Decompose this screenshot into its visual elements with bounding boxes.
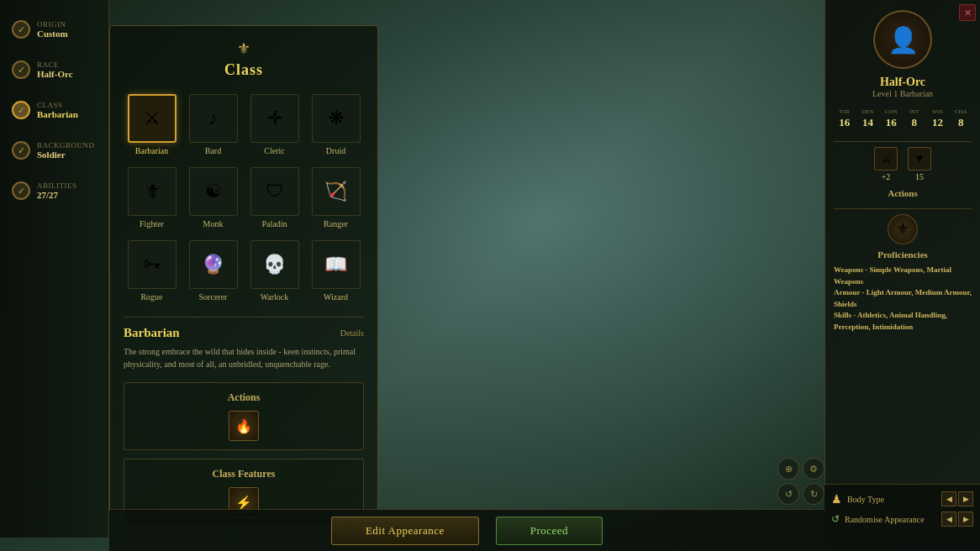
wizard-icon: 📖	[324, 254, 347, 276]
bonuses-row: ⚔ +2 ♥ 15	[874, 147, 931, 181]
ranger-name: Ranger	[324, 219, 348, 228]
class-item-rogue[interactable]: 🗝 Rogue	[124, 237, 180, 305]
hp-bonus-val: 15	[915, 172, 924, 181]
bonus-attack: ⚔ +2	[874, 147, 898, 181]
character-subtitle: Level 1 Barbarian	[872, 89, 933, 98]
edit-appearance-button[interactable]: Edit Appearance	[331, 517, 479, 545]
camera-rotate-right-button[interactable]: ↻	[803, 483, 825, 505]
stat-con: CON 16	[880, 108, 902, 129]
class-item-wizard[interactable]: 📖 Wizard	[308, 237, 364, 305]
randomise-prev-button[interactable]: ◀	[941, 512, 956, 527]
randomise-icon: ↺	[831, 513, 840, 526]
background-label: Background	[37, 141, 95, 150]
str-abbr: STR	[839, 108, 850, 115]
class-item-druid[interactable]: ❋ Druid	[308, 91, 364, 159]
class-item-monk[interactable]: ☯ Monk	[185, 164, 241, 232]
ranger-icon: 🏹	[324, 181, 347, 202]
stat-wis: WIS 12	[927, 108, 949, 129]
sidebar-item-race[interactable]: ✓ Race Half-Orc	[8, 57, 100, 82]
body-type-row: ♟ Body Type ◀ ▶	[831, 491, 973, 506]
class-item-ranger[interactable]: 🏹 Ranger	[308, 164, 364, 232]
int-abbr: INT	[909, 108, 919, 115]
proficiencies-icon: ⚜	[888, 214, 918, 244]
abilities-check: ✓	[12, 181, 30, 200]
camera-settings-button[interactable]: ⚙	[803, 458, 825, 480]
barbarian-name: Barbarian	[135, 146, 168, 155]
warlock-icon: 💀	[263, 254, 286, 276]
right-actions-label: Actions	[888, 188, 917, 198]
wis-abbr: WIS	[932, 108, 943, 115]
druid-icon-box: ❋	[312, 94, 361, 143]
class-item-fighter[interactable]: 🗡 Fighter	[124, 164, 180, 232]
abilities-text: Abilities 27/27	[37, 181, 77, 200]
proficiencies-text: Weapons - Simple Weapons, Martial Weapon…	[834, 265, 972, 333]
class-desc-text: The strong embrace the wild that hides i…	[124, 345, 364, 370]
details-link[interactable]: Details	[340, 328, 364, 338]
class-desc-title: Barbarian	[124, 326, 180, 340]
proficiencies-title: Proficiencies	[877, 249, 928, 260]
character-portrait: 👤	[873, 10, 932, 69]
class-grid: ⚔ Barbarian ♪ Bard ✛ Cleric ❋ Druid 🗡	[124, 91, 364, 305]
armour-header: Armour	[834, 288, 860, 296]
sidebar-item-class[interactable]: ✓ Class Barbarian	[8, 97, 100, 123]
class-desc-header: Barbarian Details	[124, 326, 364, 340]
background-value: Soldier	[37, 150, 95, 160]
class-value: Barbarian	[37, 109, 78, 119]
background-check: ✓	[12, 141, 30, 160]
class-description-area: Barbarian Details The strong embrace the…	[124, 317, 364, 527]
wis-val: 12	[932, 116, 943, 129]
class-label: Class	[37, 101, 78, 109]
paladin-icon-box: 🛡	[250, 167, 299, 216]
paladin-icon: 🛡	[266, 181, 284, 202]
origin-check: ✓	[12, 20, 30, 39]
actions-section-label: Actions	[133, 391, 355, 404]
camera-rotate-left-button[interactable]: ↺	[777, 483, 799, 505]
sidebar-item-origin[interactable]: ✓ Origin Custom	[8, 17, 100, 42]
class-item-bard[interactable]: ♪ Bard	[185, 91, 241, 159]
class-item-barbarian[interactable]: ⚔ Barbarian	[124, 91, 180, 159]
weapons-label: Weapons - Simple Weapons, Martial Weapon…	[834, 265, 951, 286]
sidebar-item-abilities[interactable]: ✓ Abilities 27/27	[8, 178, 100, 203]
randomise-next-button[interactable]: ▶	[958, 512, 973, 527]
body-type-next-button[interactable]: ▶	[958, 491, 973, 506]
race-label: Race	[37, 60, 73, 69]
bottom-bar: Edit Appearance Proceed	[109, 509, 825, 551]
class-item-paladin[interactable]: 🛡 Paladin	[246, 164, 303, 232]
barbarian-icon: ⚔	[144, 108, 161, 129]
bard-name: Bard	[205, 146, 221, 155]
rage-action-icon[interactable]: 🔥	[229, 411, 259, 441]
cha-val: 8	[958, 116, 964, 129]
cleric-icon-box: ✛	[250, 94, 299, 143]
monk-icon-box: ☯	[189, 167, 238, 216]
camera-top-row: ⊕ ⚙	[777, 458, 825, 480]
monk-icon: ☯	[205, 181, 222, 202]
sorcerer-name: Sorcerer	[199, 292, 228, 302]
cha-abbr: CHA	[955, 108, 967, 115]
class-text: Class Barbarian	[37, 101, 78, 119]
close-button[interactable]: ✕	[959, 4, 976, 21]
dex-val: 14	[862, 116, 873, 129]
fighter-icon-box: 🗡	[128, 167, 177, 216]
stat-divider-2	[834, 208, 972, 209]
bottom-right-controls: ♟ Body Type ◀ ▶ ↺ Randomise Appearance ◀…	[825, 484, 980, 551]
dex-abbr: DEX	[861, 108, 873, 115]
hp-bonus-icon: ♥	[908, 147, 931, 171]
int-val: 8	[912, 116, 918, 129]
character-name: Half-Orc	[880, 76, 925, 89]
randomise-row: ↺ Randomise Appearance ◀ ▶	[831, 512, 973, 527]
sidebar-item-background[interactable]: ✓ Background Soldier	[8, 138, 100, 163]
actions-icons: 🔥	[133, 411, 355, 441]
camera-zoom-button[interactable]: ⊕	[777, 458, 799, 480]
origin-text: Origin Custom	[37, 20, 68, 39]
panel-title: Class	[124, 61, 364, 79]
class-item-sorcerer[interactable]: 🔮 Sorcerer	[185, 237, 241, 305]
rogue-icon-box: 🗝	[128, 240, 177, 289]
panel-title-area: ⚜ Class	[124, 39, 364, 79]
class-item-cleric[interactable]: ✛ Cleric	[246, 91, 303, 159]
bard-icon: ♪	[208, 108, 218, 129]
attack-bonus-icon: ⚔	[874, 147, 898, 171]
body-type-prev-button[interactable]: ◀	[941, 491, 956, 506]
class-item-warlock[interactable]: 💀 Warlock	[246, 237, 303, 305]
proceed-button[interactable]: Proceed	[496, 517, 603, 545]
con-val: 16	[886, 116, 897, 129]
